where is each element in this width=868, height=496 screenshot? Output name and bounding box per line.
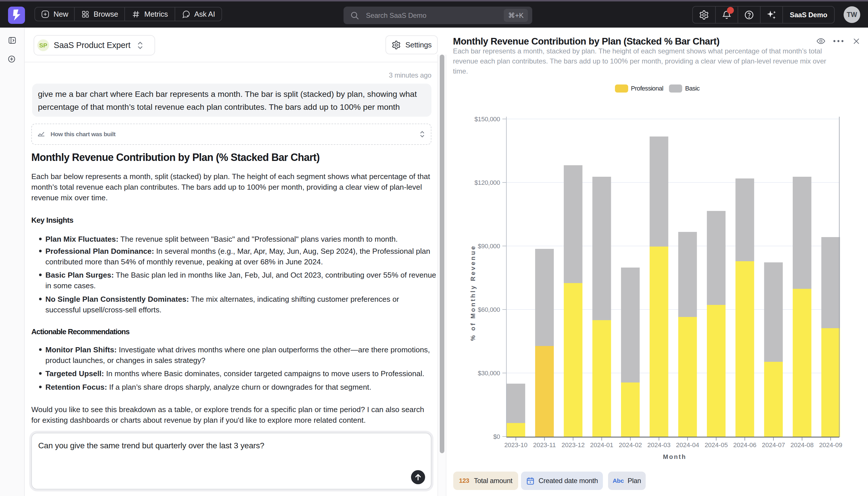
svg-text:2024-03: 2024-03 — [647, 441, 671, 449]
svg-text:2024-09: 2024-09 — [819, 441, 842, 449]
svg-text:$0: $0 — [493, 433, 500, 440]
svg-text:2024-04: 2024-04 — [676, 441, 699, 449]
svg-text:2023-11: 2023-11 — [533, 441, 556, 449]
svg-text:123: 123 — [459, 477, 469, 484]
svg-text:Abc: Abc — [613, 477, 624, 484]
svg-text:2024-02: 2024-02 — [619, 441, 642, 449]
svg-text:2024-08: 2024-08 — [790, 441, 814, 449]
svg-text:2024-07: 2024-07 — [762, 441, 785, 449]
svg-text:2023-10: 2023-10 — [504, 441, 528, 449]
svg-text:2024-01: 2024-01 — [590, 441, 613, 449]
svg-text:$90,000: $90,000 — [478, 243, 500, 250]
svg-text:2023-12: 2023-12 — [562, 441, 585, 449]
svg-text:$60,000: $60,000 — [478, 306, 500, 313]
svg-text:$30,000: $30,000 — [478, 370, 500, 377]
svg-text:2024-06: 2024-06 — [733, 441, 757, 449]
svg-text:% of Monthly Revenue: % of Monthly Revenue — [469, 245, 477, 341]
svg-text:2024-05: 2024-05 — [705, 441, 728, 449]
svg-text:Month: Month — [663, 453, 687, 460]
svg-text:$120,000: $120,000 — [475, 179, 500, 186]
svg-text:$150,000: $150,000 — [475, 115, 500, 123]
